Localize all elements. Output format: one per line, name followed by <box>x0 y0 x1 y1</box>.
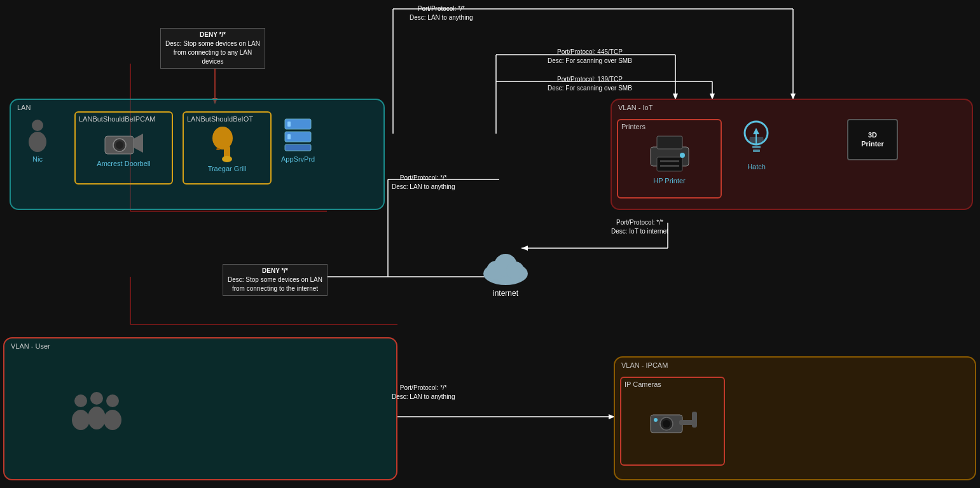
vlan-user-box: VLAN - User Not Available Yet <box>3 337 397 480</box>
network-diagram: Port/Protocol: */* Desc: LAN to anything… <box>0 0 980 488</box>
svg-point-56 <box>506 261 524 279</box>
users-figure <box>68 389 125 440</box>
svg-point-30 <box>116 141 123 149</box>
svg-rect-35 <box>216 148 220 150</box>
svg-point-26 <box>32 120 43 131</box>
svg-rect-46 <box>660 165 679 167</box>
svg-rect-44 <box>657 157 682 171</box>
svg-marker-31 <box>134 134 143 153</box>
svg-point-59 <box>90 392 103 405</box>
camera-icon <box>102 129 146 157</box>
svg-rect-45 <box>660 160 679 162</box>
svg-point-68 <box>654 418 658 422</box>
svg-point-62 <box>104 410 121 430</box>
hatch-figure: Hatch <box>742 119 771 171</box>
svg-point-65 <box>663 420 670 428</box>
svg-point-58 <box>72 410 90 430</box>
doorbell-group: LANButShouldBeIPCAM Amcrest Doorbell <box>74 111 173 185</box>
nic-person-icon <box>25 118 50 153</box>
svg-point-60 <box>88 407 106 429</box>
svg-marker-19 <box>521 246 528 251</box>
svg-rect-39 <box>287 134 291 139</box>
cloud-icon <box>480 251 531 286</box>
svg-point-61 <box>106 394 119 407</box>
port-annotation-mid: Port/Protocol: */* Desc: LAN to anything <box>388 172 459 193</box>
internet-cloud-container: internet <box>480 251 531 298</box>
lan-box: LAN Nic LANButShouldBeIPCAM Amcrest Door… <box>10 99 385 210</box>
printers-group: Printers HP Printer <box>617 119 722 199</box>
iot-internet-annotation: Port/Protocol: */* Desc: IoT to internet <box>607 216 672 238</box>
svg-rect-37 <box>287 122 291 127</box>
printer3d-figure: 3DPrinter <box>847 119 898 160</box>
port-annotation-bottom: Port/Protocol: */* Desc: LAN to anything <box>388 382 459 403</box>
svg-point-27 <box>29 132 46 152</box>
vlan-ipcam-box: VLAN - IPCAM IP Cameras <box>614 356 976 480</box>
port-445-annotation: Port/Protocol: 445/TCP Desc: For scannin… <box>544 46 636 67</box>
svg-point-34 <box>222 156 232 162</box>
svg-rect-43 <box>657 136 682 149</box>
svg-point-57 <box>74 394 87 407</box>
appsrv-figure: AppSrvPrd <box>281 118 315 163</box>
iot-group: LANButShouldBeIOT Traegar Grill <box>183 111 272 185</box>
svg-rect-67 <box>692 412 697 428</box>
ipcam-group: IP Cameras <box>620 377 725 466</box>
svg-rect-51 <box>752 146 761 148</box>
port-139-annotation: Port/Protocol: 139/TCP Desc: For scannin… <box>544 73 636 95</box>
svg-point-32 <box>212 127 233 150</box>
svg-marker-50 <box>753 128 759 134</box>
printer-icon <box>647 133 692 174</box>
svg-rect-40 <box>285 144 311 151</box>
port-annotation-top: Port/Protocol: */* Desc: LAN to anything <box>406 3 477 24</box>
nic-figure: Nic <box>25 118 50 163</box>
vlan-iot-box: VLAN - IoT Printers HP Printer <box>611 99 973 210</box>
svg-rect-52 <box>753 150 760 152</box>
ipcam-icon <box>644 402 701 440</box>
3d-printer-text: 3DPrinter <box>861 131 883 148</box>
svg-point-47 <box>680 153 685 158</box>
grill-icon <box>210 124 245 162</box>
hatch-icon <box>742 119 771 160</box>
server-icon <box>284 118 312 153</box>
users-icon <box>68 389 125 437</box>
deny2-annotation: DENY */* Desc: Stop some devices on LAN … <box>223 264 328 296</box>
deny1-annotation: DENY */* Desc: Stop some devices on LAN … <box>160 28 265 69</box>
